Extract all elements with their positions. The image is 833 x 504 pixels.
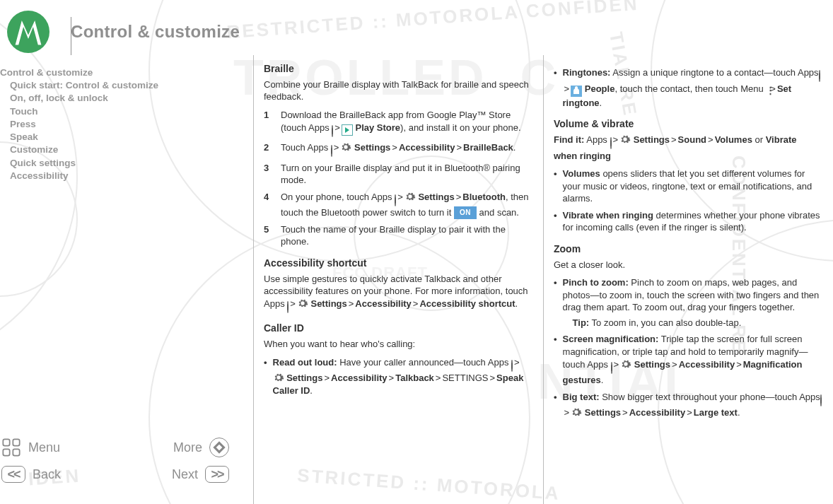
next-icon[interactable]: >>: [205, 466, 229, 483]
caller-id-read-out-loud: Read out loud: Have your caller announce…: [264, 356, 530, 397]
play-store-icon: [342, 124, 353, 136]
volume-vibrate-heading: Volume & vibrate: [554, 117, 820, 131]
accessibility-shortcut-heading: Accessibility shortcut: [264, 257, 530, 270]
menu-grid-icon[interactable]: [1, 438, 21, 457]
gear-icon: [619, 134, 631, 145]
back-icon[interactable]: <<: [1, 466, 25, 483]
toc: Control & customizeQuick start: Control …: [0, 66, 239, 182]
header: Control & customize: [0, 0, 833, 55]
page-title: Control & customize: [71, 22, 240, 42]
sidebar: Control & customizeQuick start: Control …: [0, 55, 253, 504]
people-icon: [571, 86, 582, 97]
volume-find-it: Find it: Apps > Settings>Sound>Volumes o…: [554, 134, 820, 162]
braille-step-4: 4 On your phone, touch Apps > Settings>B…: [264, 191, 530, 219]
pinch-to-zoom-bullet: Pinch to zoom: Pinch to zoom on maps, we…: [554, 276, 820, 329]
volumes-bullet: Volumes opens sliders that let you set d…: [554, 168, 820, 205]
gear-icon: [620, 359, 631, 370]
nav-more-label[interactable]: More: [173, 440, 202, 455]
more-icon[interactable]: [209, 438, 229, 457]
toc-item-7[interactable]: Quick settings: [0, 157, 239, 170]
accessibility-shortcut-text: Use simple gestures to quickly activate …: [264, 273, 530, 314]
zoom-heading: Zoom: [554, 242, 820, 256]
nav-next-label[interactable]: Next: [172, 467, 198, 482]
toc-item-3[interactable]: Touch: [0, 105, 239, 118]
zoom-intro: Get a closer look.: [554, 259, 820, 271]
braille-step-1: 1 Download the BrailleBack app from Goog…: [264, 109, 530, 137]
gear-icon: [571, 407, 582, 418]
svg-rect-1: [13, 439, 19, 445]
motorola-m-icon: [12, 16, 45, 48]
toc-item-1[interactable]: Quick start: Control & customize: [0, 79, 239, 92]
vibrate-bullet: Vibrate when ringing determines whether …: [554, 209, 820, 234]
gear-icon: [273, 373, 284, 383]
ringtones-bullet: Ringtones: Assign a unique ringtone to a…: [554, 66, 820, 109]
content-column-2: Ringtones: Assign a unique ringtone to a…: [543, 55, 833, 504]
apps-icon: [819, 70, 820, 82]
braille-step-2: 2 Touch Apps > Settings>Accessibility>Br…: [264, 141, 530, 158]
toc-item-4[interactable]: Press: [0, 118, 239, 131]
svg-rect-3: [13, 449, 19, 455]
svg-rect-0: [3, 439, 9, 445]
motorola-logo: [7, 11, 49, 53]
caller-id-intro: When you want to hear who's calling:: [264, 338, 530, 351]
gear-icon: [404, 192, 416, 202]
braille-step-3: 3 Turn on your Braille display and put i…: [264, 162, 530, 187]
gear-icon: [297, 298, 308, 309]
big-text-bullet: Big text: Show bigger text throughout yo…: [554, 391, 820, 419]
apps-icon: [820, 394, 822, 406]
caller-id-heading: Caller ID: [264, 322, 530, 335]
toc-item-2[interactable]: On, off, lock & unlock: [0, 92, 239, 105]
svg-rect-2: [3, 449, 9, 455]
sidebar-footer-nav: Menu More << Back Next: [0, 433, 239, 497]
toc-item-6[interactable]: Customize: [0, 143, 239, 156]
toc-item-8[interactable]: Accessibility: [0, 170, 239, 182]
toc-item-5[interactable]: Speak: [0, 131, 239, 143]
screen-magnification-bullet: Screen magnification: Triple tap the scr…: [554, 333, 820, 386]
nav-menu-label[interactable]: Menu: [28, 440, 60, 455]
braille-heading: Braille: [264, 62, 530, 76]
toc-item-0[interactable]: Control & customize: [0, 66, 239, 79]
braille-intro: Combine your Braille display with TalkBa…: [264, 78, 530, 103]
gear-icon: [340, 142, 351, 153]
braille-step-5: 5 Touch the name of your Braille display…: [264, 223, 530, 248]
nav-back-label[interactable]: Back: [33, 467, 61, 482]
on-toggle-badge: ON: [454, 206, 477, 219]
content-column-1: Braille Combine your Braille display wit…: [253, 55, 543, 504]
